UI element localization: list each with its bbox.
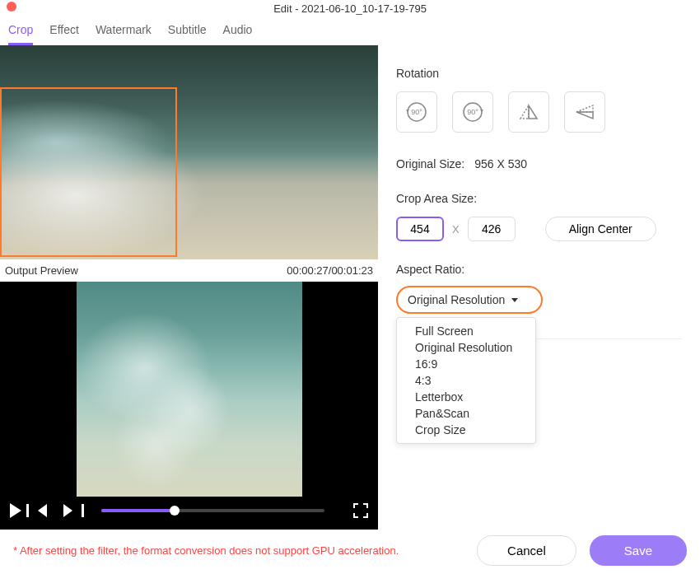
- cancel-button[interactable]: Cancel: [477, 535, 576, 566]
- footer: * After setting the filter, the format c…: [0, 530, 700, 571]
- window-title: Edit - 2021-06-10_10-17-19-795: [7, 2, 693, 15]
- tab-effect[interactable]: Effect: [49, 23, 79, 45]
- flip-horizontal-button[interactable]: [508, 91, 549, 133]
- svg-text:90°: 90°: [411, 108, 422, 116]
- left-panel: Output Preview 00:00:27/00:01:23: [0, 45, 378, 530]
- aspect-option-pan-scan[interactable]: Pan&Scan: [397, 405, 535, 422]
- original-size-value: 956 X 530: [474, 157, 527, 170]
- rotate-cw-button[interactable]: 90°: [452, 91, 493, 133]
- play-icon[interactable]: [10, 503, 21, 518]
- tab-watermark[interactable]: Watermark: [96, 23, 152, 45]
- rotation-label: Rotation: [396, 67, 682, 80]
- aspect-ratio-label: Aspect Ratio:: [396, 263, 682, 276]
- close-button[interactable]: [7, 2, 16, 12]
- crop-inputs: X Align Center: [396, 217, 682, 241]
- crop-area-label: Crop Area Size:: [396, 192, 682, 205]
- save-button[interactable]: Save: [590, 535, 687, 566]
- aspect-option-full-screen[interactable]: Full Screen: [397, 323, 535, 339]
- tab-subtitle[interactable]: Subtitle: [168, 23, 207, 45]
- aspect-option-crop-size[interactable]: Crop Size: [397, 422, 535, 438]
- aspect-option-16-9[interactable]: 16:9: [397, 356, 535, 372]
- svg-text:90°: 90°: [467, 108, 478, 116]
- frame-back-icon[interactable]: [38, 504, 47, 517]
- right-panel: Rotation 90° 90° Original Size: 956 X 53…: [378, 45, 700, 530]
- tab-audio[interactable]: Audio: [223, 23, 253, 45]
- aspect-option-original-resolution[interactable]: Original Resolution: [397, 339, 535, 356]
- tabs: Crop Effect Watermark Subtitle Audio: [0, 16, 700, 45]
- aspect-option-4-3[interactable]: 4:3: [397, 372, 535, 389]
- progress-bar[interactable]: [101, 509, 324, 512]
- crop-height-input[interactable]: [468, 217, 516, 241]
- fullscreen-icon[interactable]: [353, 503, 368, 518]
- aspect-ratio-dropdown: Full Screen Original Resolution 16:9 4:3…: [396, 317, 536, 444]
- crop-separator: X: [452, 223, 460, 236]
- footer-buttons: Cancel Save: [477, 535, 687, 566]
- timecode: 00:00:27/00:01:23: [287, 264, 373, 277]
- output-label-bar: Output Preview 00:00:27/00:01:23: [0, 259, 378, 282]
- chevron-down-icon: [511, 298, 518, 302]
- rotation-buttons: 90° 90°: [396, 91, 682, 133]
- tab-crop[interactable]: Crop: [8, 23, 33, 45]
- player-controls: [0, 497, 378, 524]
- align-center-button[interactable]: Align Center: [545, 217, 656, 241]
- title-bar: Edit - 2021-06-10_10-17-19-795: [0, 0, 700, 16]
- rotate-ccw-button[interactable]: 90°: [396, 91, 437, 133]
- original-size-row: Original Size: 956 X 530: [396, 157, 682, 170]
- footer-note: * After setting the filter, the format c…: [13, 544, 399, 557]
- progress-fill: [101, 509, 175, 512]
- aspect-ratio-select[interactable]: Original Resolution: [396, 286, 543, 314]
- flip-vertical-button[interactable]: [564, 91, 605, 133]
- aspect-option-letterbox[interactable]: Letterbox: [397, 389, 535, 405]
- crop-preview-area[interactable]: [0, 45, 378, 259]
- aspect-ratio-section: Aspect Ratio: Original Resolution Full S…: [396, 263, 682, 314]
- original-size-label: Original Size:: [396, 157, 464, 170]
- progress-handle[interactable]: [170, 506, 180, 516]
- output-preview-image: [77, 282, 302, 497]
- output-preview: [0, 282, 378, 497]
- output-preview-label: Output Preview: [5, 264, 78, 277]
- aspect-ratio-selected: Original Resolution: [408, 293, 505, 306]
- crop-width-input[interactable]: [396, 217, 444, 241]
- crop-selection-box[interactable]: [0, 87, 177, 257]
- frame-forward-icon[interactable]: [63, 504, 72, 517]
